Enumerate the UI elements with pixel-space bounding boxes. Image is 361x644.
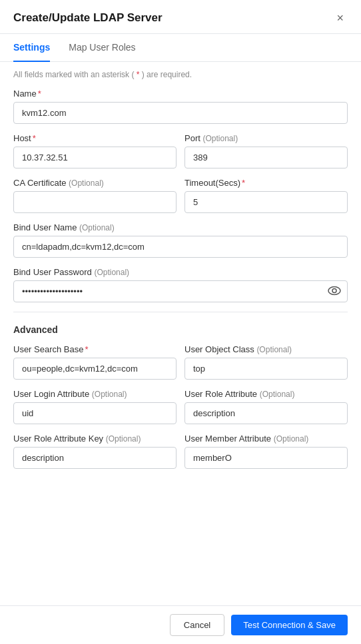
modal-header: Create/Update LDAP Server × [0,0,361,34]
svg-point-1 [332,288,336,292]
user-role-attr-group: User Role Attribute (Optional) [184,389,348,424]
user-search-object-row: User Search Base* User Object Class (Opt… [13,344,348,380]
user-role-attr-key-label: User Role Attribute Key (Optional) [13,434,177,444]
required-note: All fields marked with an asterisk ( * )… [13,70,348,79]
user-object-class-group: User Object Class (Optional) [184,344,348,380]
user-login-attr-label: User Login Attribute (Optional) [13,389,177,399]
user-search-base-group: User Search Base* [13,344,177,380]
user-role-attr-input[interactable] [184,402,348,424]
tabs-container: Settings Map User Roles [0,34,361,62]
user-login-attr-input[interactable] [13,402,177,424]
user-role-attr-label: User Role Attribute (Optional) [184,389,348,399]
advanced-section-title: Advanced [13,322,348,335]
tab-map-user-roles[interactable]: Map User Roles [69,34,135,62]
port-label: Port (Optional) [184,133,348,143]
eye-icon [328,286,341,295]
user-login-attr-group: User Login Attribute (Optional) [13,389,177,424]
name-label: Name* [13,89,348,99]
user-object-class-label: User Object Class (Optional) [184,344,348,354]
modal-title: Create/Update LDAP Server [13,11,163,25]
name-input[interactable] [13,102,348,124]
form-body: All fields marked with an asterisk ( * )… [0,62,361,531]
bind-user-name-label: Bind User Name (Optional) [13,222,348,232]
ca-timeout-row: CA Certificate (Optional) Timeout(Secs)* [13,178,348,213]
svg-point-0 [328,286,340,294]
user-member-attr-label: User Member Attribute (Optional) [184,434,348,444]
login-role-row: User Login Attribute (Optional) User Rol… [13,389,348,424]
host-port-row: Host* Port (Optional) [13,133,348,168]
user-role-attr-key-input[interactable] [13,447,177,469]
bind-user-password-label: Bind User Password (Optional) [13,267,348,277]
port-group: Port (Optional) [184,133,348,168]
ca-cert-group: CA Certificate (Optional) [13,178,177,213]
cancel-button[interactable]: Cancel [170,614,224,636]
bind-user-password-group: Bind User Password (Optional) [13,267,348,302]
user-search-base-label: User Search Base* [13,344,177,354]
role-key-member-row: User Role Attribute Key (Optional) User … [13,434,348,469]
ca-cert-label: CA Certificate (Optional) [13,178,177,188]
toggle-password-button[interactable] [328,286,341,297]
bind-user-password-input[interactable] [13,280,348,302]
modal: Create/Update LDAP Server × Settings Map… [0,0,361,644]
user-object-class-input[interactable] [184,358,348,380]
host-label: Host* [13,133,177,143]
tab-settings[interactable]: Settings [13,34,50,62]
user-member-attr-group: User Member Attribute (Optional) [184,434,348,469]
divider [13,312,348,312]
user-member-attr-input[interactable] [184,447,348,469]
user-role-attr-key-group: User Role Attribute Key (Optional) [13,434,177,469]
host-input[interactable] [13,147,177,168]
timeout-label: Timeout(Secs)* [184,178,348,188]
bind-user-name-input[interactable] [13,236,348,258]
bind-user-name-group: Bind User Name (Optional) [13,222,348,258]
ca-cert-input[interactable] [13,191,177,213]
close-button[interactable]: × [332,11,348,25]
save-button[interactable]: Test Connection & Save [231,615,348,635]
user-search-base-input[interactable] [13,358,177,380]
host-group: Host* [13,133,177,168]
name-group: Name* [13,89,348,124]
timeout-input[interactable] [184,191,348,213]
timeout-group: Timeout(Secs)* [184,178,348,213]
password-wrapper [13,280,348,302]
modal-footer: Cancel Test Connection & Save [0,605,361,644]
port-input[interactable] [184,147,348,168]
